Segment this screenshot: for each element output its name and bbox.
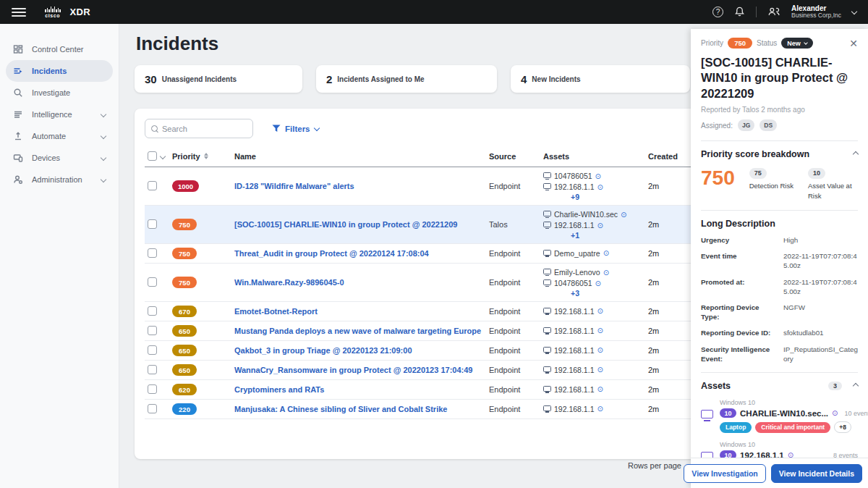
chevron-down-icon[interactable] [101,155,106,161]
administration-icon [13,174,23,185]
chevron-down-icon[interactable] [101,112,106,117]
sidebar-item-intelligence[interactable]: Intelligence [6,104,113,125]
row-checkbox[interactable] [148,248,157,258]
user-menu-chevron-icon[interactable] [851,9,857,14]
asset-expand-icon[interactable]: ⊙ [595,280,601,287]
row-checkbox[interactable] [148,326,157,335]
card-new-incidents[interactable]: 4 New Incidents [511,65,690,93]
field-value: sfoktudlab01 [783,328,858,337]
row-checkbox[interactable] [148,219,157,229]
user-menu[interactable]: Alexander Business Corp,Inc [791,4,841,20]
incident-source: Endpoint [489,405,520,413]
assets-cell: Charlie-WIN10.sec⊙192.168.1.1⊙+1 [540,206,645,244]
panel-content: Priority 750 Status New ✕ [SOC-10015] CH… [691,29,868,458]
incident-name-link[interactable]: [SOC-10015] CHARLIE-WIN10 in group Prote… [234,220,457,229]
filters-button[interactable]: Filters [272,125,319,133]
row-checkbox[interactable] [148,277,157,287]
asset-expand-icon[interactable]: ⊙ [597,184,603,191]
asset-item[interactable]: Windows 10 10 CHARLIE-WIN10.sec... ⊙ 10 … [701,399,858,433]
incident-name-link[interactable]: Manjusaka: A Chinese sibling of Sliver a… [234,405,447,413]
asset-expand-icon[interactable]: ⊙ [832,410,838,417]
field-value: 2022-11-19T07:07:08:45.00z [783,277,858,296]
menu-icon[interactable] [12,8,26,17]
priority-badge: 750 [172,219,197,230]
asset-expand-icon[interactable]: ⊙ [597,222,603,230]
incident-name-link[interactable]: Emotet-Botnet-Report [234,307,318,316]
assets-count-badge: 3 [828,382,842,390]
reported-by-text: Reported by Talos 2 months ago [701,106,858,114]
view-investigation-button[interactable]: View Investigation [684,464,765,483]
assets-more-link[interactable]: +9 [543,193,642,201]
monitor-icon [543,327,551,333]
row-checkbox[interactable] [148,181,157,190]
priority-badge: 220 [172,403,197,415]
collapse-chevron-icon[interactable] [853,383,859,389]
incident-name-link[interactable]: Win.Malware.Razy-9896045-0 [234,278,344,287]
incident-detail-panel: Priority 750 Status New ✕ [SOC-10015] CH… [691,29,868,488]
asset-item[interactable]: Windows 10 10 192.168.1.1 ⊙ 8 events Not… [701,441,858,458]
card-assigned-to-me[interactable]: 2 Incidents Assigned to Me [316,65,497,93]
asset-expand-icon[interactable]: ⊙ [597,308,603,315]
asset-expand-icon[interactable]: ⊙ [597,405,603,413]
component-label: Asset Value at Risk [808,182,852,200]
cisco-logo: cisco [45,7,61,18]
row-checkbox[interactable] [148,404,157,413]
monitor-icon [543,386,551,392]
close-icon[interactable]: ✕ [849,38,858,49]
select-menu-chevron-icon[interactable] [160,153,166,159]
incident-name-link[interactable]: Mustang Panda deploys a new wave of malw… [234,327,481,335]
asset-name[interactable]: CHARLIE-WIN10.sec... [740,409,828,418]
help-icon[interactable]: ? [712,7,723,17]
sidebar-item-administration[interactable]: Administration [6,169,113,190]
incident-name-link[interactable]: Cryptominers and RATs [234,385,324,394]
chevron-down-icon[interactable] [101,177,106,182]
incident-name-link[interactable]: Qakbot_3 in group Triage @ 20220123 21:0… [234,346,412,355]
search-input[interactable] [162,125,247,133]
org-users-icon[interactable] [767,7,780,17]
notifications-bell-icon[interactable] [734,6,745,17]
incident-name-link[interactable]: Threat_Audit in group Protect @ 20220124… [234,249,429,258]
asset-name: 192.168.1.1 [554,384,594,395]
row-checkbox[interactable] [148,384,157,394]
row-checkbox[interactable] [148,306,157,316]
assets-more-link[interactable]: +3 [543,289,642,298]
sidebar-item-incidents[interactable]: Incidents [6,60,113,82]
asset-tags: LaptopCritical and important+8 [720,421,858,433]
incident-source: Endpoint [489,366,520,374]
view-incident-details-button[interactable]: View Incident Details [771,464,862,483]
row-checkbox[interactable] [148,365,157,374]
asset-expand-icon[interactable]: ⊙ [597,327,603,335]
incident-name-link[interactable]: ID-128 "Wildfire Malware" alerts [234,182,354,190]
collapse-chevron-icon[interactable] [853,151,859,157]
asset-more-tags-chip[interactable]: +8 [834,421,851,433]
asset-expand-icon[interactable]: ⊙ [621,211,626,219]
column-header-priority[interactable]: Priority [169,148,231,167]
asset-os: Windows 10 [720,441,858,448]
asset-expand-icon[interactable]: ⊙ [597,366,603,374]
sidebar-item-automate[interactable]: Automate [6,125,113,147]
asset-expand-icon[interactable]: ⊙ [597,386,603,393]
assets-more-link[interactable]: +1 [543,231,642,240]
select-all-checkbox[interactable] [148,151,157,161]
asset-expand-icon[interactable]: ⊙ [603,269,609,277]
asset-expand-icon[interactable]: ⊙ [603,250,609,257]
incident-name-link[interactable]: WannaCry_Ransomware in group Protect @ 2… [234,366,472,374]
asset-events-count: 10 events [841,410,868,417]
monitor-icon [543,211,551,216]
sidebar-item-devices[interactable]: Devices [6,147,113,169]
created-value: 2m [648,346,659,355]
sort-icon [204,153,208,159]
card-unassigned-incidents[interactable]: 30 Unassigend Incidents [135,65,302,93]
asset-name[interactable]: 192.168.1.1 [740,451,784,458]
sidebar-item-control-center[interactable]: Control Center [6,38,113,60]
asset-line: 192.168.1.1⊙ [543,326,642,337]
asset-expand-icon[interactable]: ⊙ [597,347,603,354]
chevron-down-icon[interactable] [101,133,106,139]
asset-expand-icon[interactable]: ⊙ [788,452,793,458]
row-checkbox[interactable] [148,345,157,355]
sidebar-item-investigate[interactable]: Investigate [6,82,113,104]
search-box[interactable] [145,119,253,138]
investigate-search-icon [13,88,23,98]
status-dropdown[interactable]: New [781,38,813,49]
asset-expand-icon[interactable]: ⊙ [595,173,601,180]
